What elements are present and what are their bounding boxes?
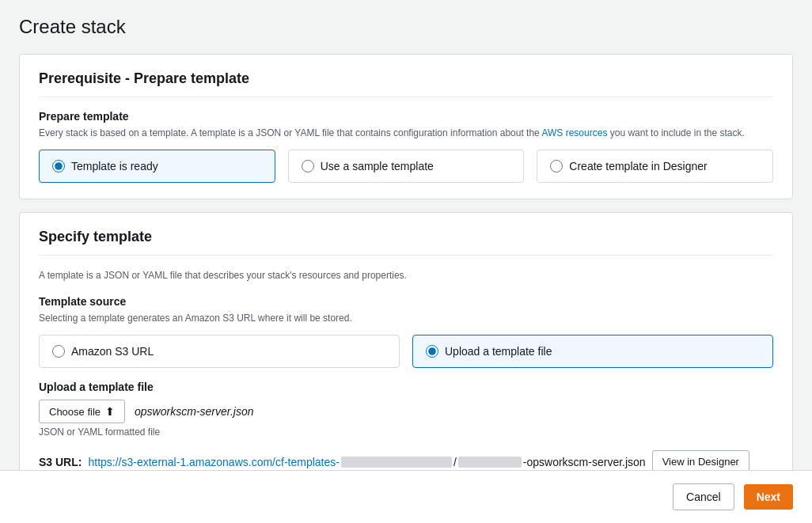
prepare-template-options: Template is ready Use a sample template … bbox=[39, 150, 773, 183]
upload-icon: ⬆ bbox=[105, 405, 115, 418]
option-upload-file-label: Upload a template file bbox=[445, 345, 552, 358]
s3-url-value: https://s3-external-1.amazonaws.com/cf-t… bbox=[88, 456, 645, 468]
radio-template-ready[interactable] bbox=[52, 160, 65, 172]
cancel-button[interactable]: Cancel bbox=[673, 483, 734, 510]
radio-sample-template[interactable] bbox=[302, 160, 314, 172]
option-upload-file[interactable]: Upload a template file bbox=[412, 335, 773, 368]
prepare-template-desc: Every stack is based on a template. A te… bbox=[39, 126, 773, 140]
specify-template-section: Specify template A template is a JSON or… bbox=[19, 212, 793, 490]
option-s3-url-label: Amazon S3 URL bbox=[71, 345, 154, 358]
footer: Cancel Next bbox=[0, 470, 812, 523]
next-button[interactable]: Next bbox=[744, 484, 793, 510]
template-source-label: Template source bbox=[39, 295, 773, 308]
radio-s3-url[interactable] bbox=[52, 345, 65, 358]
file-hint: JSON or YAML formatted file bbox=[39, 426, 773, 438]
s3-url-redacted-1 bbox=[341, 457, 452, 468]
radio-designer-template[interactable] bbox=[550, 160, 563, 172]
option-template-ready[interactable]: Template is ready bbox=[39, 150, 275, 183]
s3-url-redacted-2 bbox=[458, 457, 522, 468]
option-template-ready-label: Template is ready bbox=[71, 160, 158, 172]
option-sample-template[interactable]: Use a sample template bbox=[288, 150, 525, 183]
prepare-template-label: Prepare template bbox=[39, 110, 773, 123]
aws-resources-link[interactable]: AWS resources bbox=[541, 127, 607, 138]
specify-template-desc: A template is a JSON or YAML file that d… bbox=[39, 268, 773, 282]
s3-url-suffix: -opsworkscm-server.json bbox=[523, 456, 646, 468]
template-source-desc: Selecting a template generates an Amazon… bbox=[39, 311, 773, 325]
page-title: Create stack bbox=[19, 16, 793, 38]
choose-file-label: Choose file bbox=[49, 406, 101, 418]
radio-upload-file[interactable] bbox=[426, 345, 438, 358]
source-options: Amazon S3 URL Upload a template file bbox=[39, 335, 773, 368]
prerequisite-title: Prerequisite - Prepare template bbox=[39, 70, 773, 97]
prerequisite-section: Prerequisite - Prepare template Prepare … bbox=[19, 54, 793, 199]
option-sample-template-label: Use a sample template bbox=[321, 160, 434, 172]
choose-file-button[interactable]: Choose file ⬆ bbox=[39, 400, 125, 423]
s3-url-link[interactable]: https://s3-external-1.amazonaws.com/cf-t… bbox=[88, 456, 339, 468]
option-s3-url[interactable]: Amazon S3 URL bbox=[39, 335, 400, 368]
option-designer-template-label: Create template in Designer bbox=[569, 160, 707, 172]
file-name: opsworkscm-server.json bbox=[135, 405, 253, 418]
option-designer-template[interactable]: Create template in Designer bbox=[537, 150, 773, 183]
s3-url-label: S3 URL: bbox=[39, 456, 82, 468]
upload-row: Choose file ⬆ opsworkscm-server.json bbox=[39, 400, 773, 423]
upload-label: Upload a template file bbox=[39, 381, 773, 393]
specify-template-title: Specify template bbox=[39, 229, 773, 256]
upload-section: Upload a template file Choose file ⬆ ops… bbox=[39, 381, 773, 438]
